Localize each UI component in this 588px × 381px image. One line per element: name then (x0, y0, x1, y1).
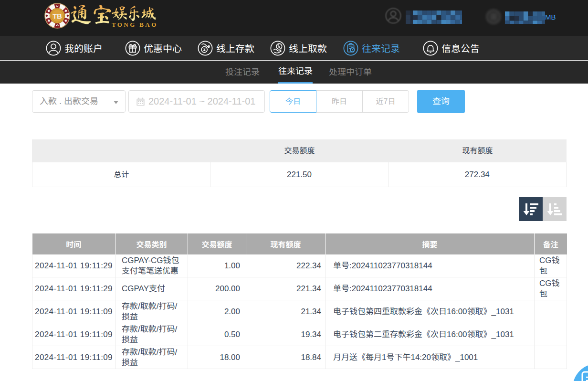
svg-text:TB: TB (52, 12, 62, 20)
